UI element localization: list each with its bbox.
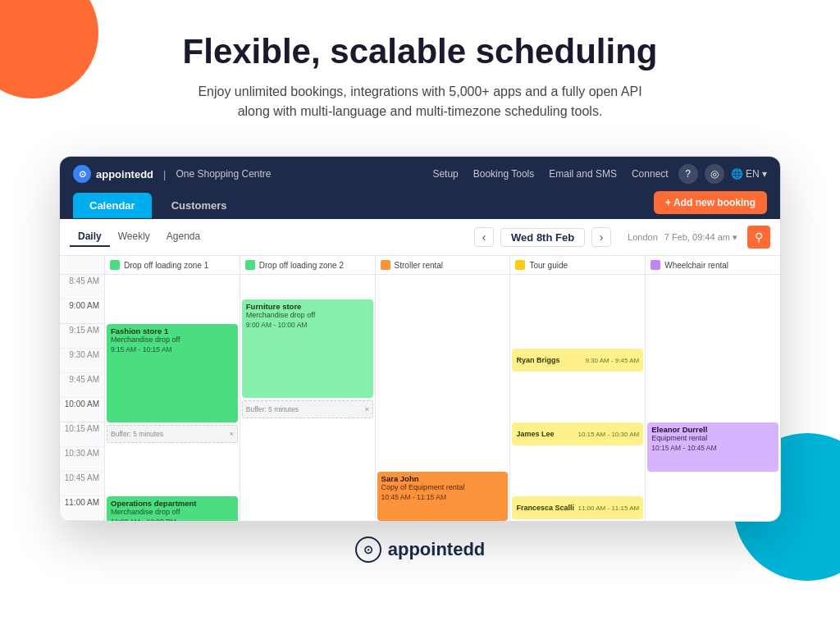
time-9-30: 9:30 AM	[60, 349, 104, 373]
time-10-15: 10:15 AM	[60, 422, 104, 447]
tab-customers[interactable]: Customers	[155, 193, 244, 218]
time-col-header	[60, 256, 105, 274]
resource-col-0: Drop off loading zone 1	[105, 256, 240, 274]
booking-subtitle: Copy of Equipment rental	[381, 483, 504, 491]
booking-sara[interactable]: Sara John Copy of Equipment rental 10:45…	[377, 472, 509, 521]
booking-title: Sara John	[381, 474, 504, 483]
view-tab-weekly[interactable]: Weekly	[110, 227, 158, 247]
nav-connect[interactable]: Connect	[632, 168, 669, 180]
tab-calendar[interactable]: Calendar	[73, 193, 152, 218]
time-9-15: 9:15 AM	[60, 324, 104, 349]
booking-title: James Lee	[516, 430, 554, 438]
date-nav: ‹ Wed 8th Feb ›	[474, 227, 611, 247]
calendar-grid: 8:45 AM 9:00 AM 9:15 AM 9:30 AM 9:45 AM …	[60, 275, 780, 521]
booking-subtitle: Equipment rental	[651, 434, 774, 442]
footer-logo: ⊙	[355, 536, 381, 563]
booking-title: Eleanor Durrell	[651, 425, 774, 434]
res-name-3: Tour guide	[529, 261, 568, 270]
resource-col-1: Drop off loading zone 2	[240, 256, 376, 274]
navbar-logo: ⊙	[73, 165, 91, 183]
booking-title: Francesca Scalli	[516, 504, 574, 512]
time-10-00: 10:00 AM	[60, 398, 104, 422]
nav-email-sms[interactable]: Email and SMS	[549, 168, 617, 180]
booking-james[interactable]: James Lee 10:15 AM - 10:30 AM	[512, 422, 643, 445]
nav-setup[interactable]: Setup	[432, 168, 458, 180]
booking-subtitle: Merchandise drop off	[111, 508, 234, 516]
timezone-label: London	[628, 232, 658, 242]
buffer-block-0: Buffer: 5 minutes ×	[107, 425, 238, 443]
booking-fashion-store[interactable]: Fashion store 1 Merchandise drop off 9:1…	[107, 324, 238, 422]
filter-button[interactable]: ⚲	[747, 226, 770, 249]
booking-time: 10:15 AM - 10:30 AM	[578, 431, 639, 438]
res-dot-3	[515, 260, 525, 270]
res-dot-4	[651, 260, 660, 270]
navbar-actions: ? ◎ 🌐 EN ▾	[678, 164, 767, 184]
res-name-1: Drop off loading zone 2	[259, 261, 344, 270]
booking-time: 9:30 AM - 9:45 AM	[585, 357, 639, 364]
time-9-00: 9:00 AM	[60, 299, 104, 324]
booking-ryan[interactable]: Ryan Briggs 9:30 AM - 9:45 AM	[512, 349, 643, 372]
booking-time: 10:45 AM - 11:15 AM	[381, 493, 504, 501]
lane-2: Sara John Copy of Equipment rental 10:45…	[376, 275, 511, 521]
booking-time: 11:00 AM - 11:15 AM	[578, 504, 639, 512]
buffer-block-2: Buffer: 5 minutes ×	[242, 400, 373, 418]
navbar: ⊙ appointedd | One Shopping Centre Setup…	[60, 157, 780, 191]
datetime-label: 7 Feb, 09:44 am ▾	[664, 232, 737, 243]
language-selector[interactable]: 🌐 EN ▾	[731, 168, 767, 180]
booking-subtitle: Merchandise drop off	[111, 336, 234, 344]
booking-furniture[interactable]: Furniture store Merchandise drop off 9:0…	[242, 299, 373, 398]
time-9-45: 9:45 AM	[60, 373, 104, 398]
timezone-row: London 7 Feb, 09:44 am ▾	[628, 232, 737, 243]
booking-operations[interactable]: Operations department Merchandise drop o…	[107, 496, 238, 521]
time-10-45: 10:45 AM	[60, 472, 104, 496]
footer-brand-name: appointedd	[388, 539, 486, 560]
time-column: 8:45 AM 9:00 AM 9:15 AM 9:30 AM 9:45 AM …	[60, 275, 105, 521]
view-tab-daily[interactable]: Daily	[70, 227, 110, 247]
view-tab-agenda[interactable]: Agenda	[158, 227, 208, 247]
time-11-00: 11:00 AM	[60, 496, 104, 521]
booking-title: Ryan Briggs	[516, 356, 559, 364]
res-dot-2	[381, 260, 390, 270]
navbar-nav: Setup Booking Tools Email and SMS Connec…	[432, 168, 668, 180]
booking-francesca[interactable]: Francesca Scalli 11:00 AM - 11:15 AM	[512, 496, 643, 519]
tab-bar-right: + Add new booking	[654, 191, 767, 219]
resource-header-row: Drop off loading zone 1 Drop off loading…	[60, 256, 780, 275]
lane-3: Ryan Briggs 9:30 AM - 9:45 AM James Lee …	[510, 275, 646, 521]
footer-brand: ⊙ appointedd	[0, 522, 840, 571]
hero-section: Flexible, scalable scheduling Enjoy unli…	[0, 0, 840, 156]
time-8-45: 8:45 AM	[60, 275, 104, 299]
res-dot-0	[110, 260, 120, 270]
tab-bar-left: Calendar Customers	[73, 193, 244, 218]
resource-col-4: Wheelchair rental	[646, 256, 780, 274]
booking-title: Operations department	[111, 499, 234, 508]
nav-booking-tools[interactable]: Booking Tools	[473, 168, 535, 180]
current-date-label: Wed 8th Feb	[500, 228, 585, 247]
booking-time: 9:00 AM - 10:00 AM	[246, 321, 369, 329]
lane-4: Eleanor Durrell Equipment rental 10:15 A…	[646, 275, 780, 521]
lane-1: Furniture store Merchandise drop off 9:0…	[240, 275, 376, 521]
booking-time: 10:15 AM - 10:45 AM	[651, 444, 774, 452]
view-tabs: Daily Weekly Agenda	[70, 227, 208, 247]
hero-title: Flexible, scalable scheduling	[66, 33, 774, 71]
calendar-toolbar: Daily Weekly Agenda ‹ Wed 8th Feb › Lond…	[60, 219, 780, 256]
booking-time: 11:00 AM - 12:00 PM	[111, 518, 234, 521]
hero-subtitle: Enjoy unlimited bookings, integrations w…	[182, 82, 658, 121]
tab-bar: Calendar Customers + Add new booking	[60, 191, 780, 219]
booking-eleanor[interactable]: Eleanor Durrell Equipment rental 10:15 A…	[647, 422, 778, 472]
help-icon-btn[interactable]: ?	[678, 164, 698, 184]
res-name-2: Stroller rental	[395, 261, 443, 270]
resource-col-2: Stroller rental	[376, 256, 511, 274]
app-window: ⊙ appointedd | One Shopping Centre Setup…	[59, 156, 781, 522]
navbar-brand: ⊙ appointedd	[73, 165, 153, 183]
booking-title: Fashion store 1	[111, 326, 234, 336]
res-name-4: Wheelchair rental	[664, 261, 728, 270]
add-booking-button[interactable]: + Add new booking	[654, 191, 767, 214]
time-10-30: 10:30 AM	[60, 447, 104, 472]
resource-col-3: Tour guide	[510, 256, 646, 274]
booking-time: 9:15 AM - 10:15 AM	[111, 345, 234, 354]
navbar-divider: |	[163, 168, 166, 180]
lane-0: Fashion store 1 Merchandise drop off 9:1…	[105, 275, 240, 521]
next-date-button[interactable]: ›	[591, 227, 611, 247]
user-icon-btn[interactable]: ◎	[705, 164, 724, 184]
prev-date-button[interactable]: ‹	[474, 227, 494, 247]
